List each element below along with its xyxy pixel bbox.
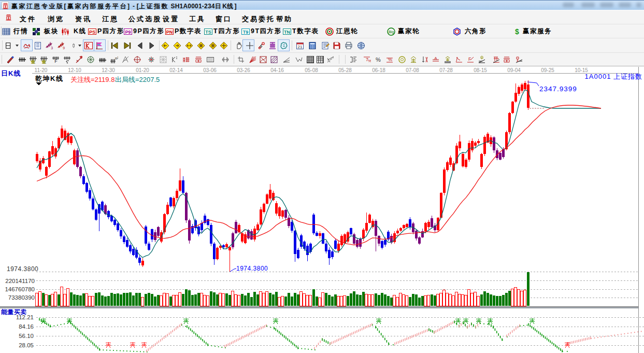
- svg-text:乾坤K线: 乾坤K线: [35, 75, 63, 82]
- svg-text:07-08: 07-08: [406, 67, 419, 73]
- svg-text:73380390: 73380390: [8, 294, 35, 301]
- svg-text:2347.9399: 2347.9399: [539, 85, 577, 93]
- svg-text:84.16: 84.16: [19, 323, 34, 330]
- svg-text:09-04: 09-04: [507, 67, 521, 73]
- svg-text:05-28: 05-28: [338, 67, 352, 73]
- svg-text:56.10: 56.10: [19, 333, 34, 339]
- svg-text:1974.3800: 1974.3800: [236, 265, 268, 272]
- svg-text:07-28: 07-28: [439, 67, 453, 73]
- svg-text:146760780: 146760780: [5, 286, 35, 292]
- svg-text:出局线=2207.5: 出局线=2207.5: [115, 76, 160, 83]
- svg-text:28.05: 28.05: [19, 342, 34, 348]
- svg-text:220141170: 220141170: [5, 278, 35, 284]
- svg-text:01-20: 01-20: [136, 67, 149, 73]
- svg-text:关注线=2119.8: 关注线=2119.8: [70, 76, 115, 83]
- svg-text:1974.3800: 1974.3800: [7, 265, 38, 273]
- svg-text:12-30: 12-30: [102, 67, 115, 73]
- svg-text:1A0001 上证指数: 1A0001 上证指数: [585, 73, 642, 80]
- svg-text:02-14: 02-14: [169, 67, 183, 73]
- svg-text:05-08: 05-08: [305, 67, 318, 73]
- svg-text:04-16: 04-16: [270, 67, 284, 73]
- svg-text:112.21: 112.21: [16, 314, 34, 320]
- svg-text:11-20: 11-20: [35, 67, 48, 73]
- svg-text:12-10: 12-10: [68, 67, 81, 73]
- svg-text:日K线: 日K线: [1, 69, 21, 77]
- svg-text:06-18: 06-18: [372, 67, 385, 73]
- svg-text:03-06: 03-06: [203, 67, 217, 73]
- svg-text:03-26: 03-26: [237, 67, 250, 73]
- svg-text:08-15: 08-15: [474, 67, 487, 73]
- svg-text:09-25: 09-25: [541, 67, 554, 73]
